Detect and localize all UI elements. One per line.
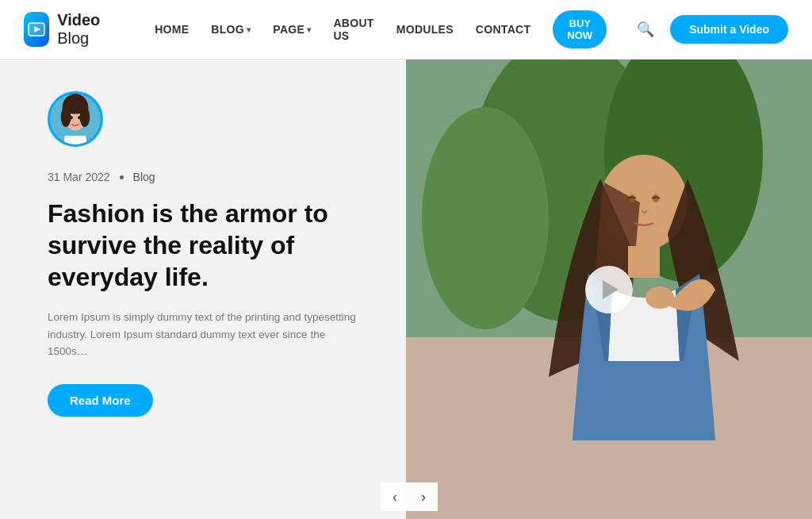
svg-rect-17 [628,246,660,278]
buy-now-button[interactable]: BUY NOW [553,10,607,48]
nav-item-blog[interactable]: BLOG ▾ [211,23,251,36]
nav-links: HOME BLOG ▾ PAGE ▾ ABOUT US MODULES CONT… [155,10,654,48]
search-icon[interactable]: 🔍 [637,21,654,38]
avatar [48,91,103,147]
nav-item-home[interactable]: HOME [155,23,189,36]
page-dropdown-arrow: ▾ [307,25,311,34]
post-category: Blog [133,171,155,183]
play-icon [603,280,619,299]
logo-text: Video Blog [57,11,115,48]
left-panel: 31 Mar 2022 Blog Fashion is the armor to… [0,60,406,519]
carousel-next-button[interactable]: › [409,482,438,511]
carousel-prev-button[interactable]: ‹ [381,482,409,511]
svg-rect-10 [64,136,86,147]
nav-item-modules[interactable]: MODULES [396,23,454,36]
nav-item-page[interactable]: PAGE ▾ [273,23,311,36]
svg-point-9 [78,116,82,120]
post-meta-dot [120,175,124,179]
play-button[interactable] [585,266,633,313]
next-arrow-icon: › [421,489,426,506]
logo-icon [24,12,49,47]
right-panel [406,60,812,519]
logo[interactable]: Video Blog [24,11,115,48]
post-excerpt: Lorem Ipsum is simply dummy text of the … [48,309,366,360]
submit-video-button[interactable]: Submit a Video [670,15,788,44]
post-meta: 31 Mar 2022 Blog [48,171,366,183]
nav-item-about[interactable]: ABOUT US [333,17,373,42]
read-more-button[interactable]: Read More [48,384,153,417]
nav-item-contact[interactable]: CONTACT [476,23,531,36]
svg-point-18 [645,286,674,309]
post-title: Fashion is the armor to survive the real… [48,198,366,293]
post-date: 31 Mar 2022 [48,171,110,183]
svg-point-8 [69,116,73,120]
svg-point-14 [422,107,549,329]
main-content: 31 Mar 2022 Blog Fashion is the armor to… [0,60,812,519]
prev-arrow-icon: ‹ [393,489,397,506]
navbar: Video Blog HOME BLOG ▾ PAGE ▾ ABOUT US M… [0,0,812,60]
svg-point-7 [63,97,87,114]
blog-dropdown-arrow: ▾ [247,25,251,34]
